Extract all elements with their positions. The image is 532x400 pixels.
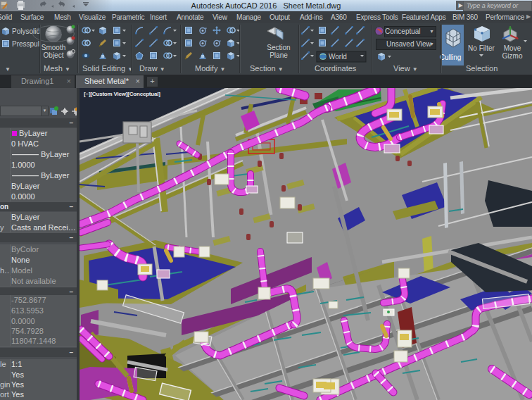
svg-text:World: World	[329, 53, 347, 61]
